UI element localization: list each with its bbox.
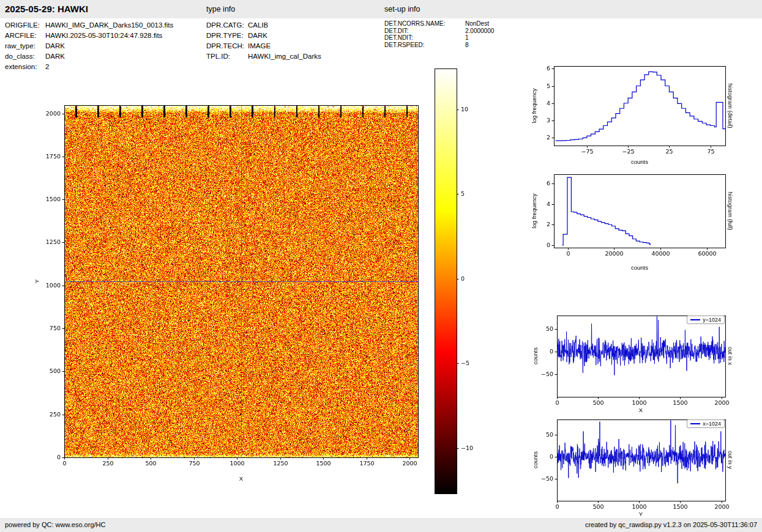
cut-y-xlabel: Y — [639, 511, 643, 517]
page-title: 2025-05-29: HAWKI — [5, 4, 88, 14]
meta-value: 1 — [465, 34, 469, 41]
cut-y-legend: x=1024 — [687, 419, 725, 428]
meta-row: extension:2 — [5, 62, 173, 72]
meta-row: DET.RSPEED:8 — [384, 42, 494, 49]
meta-key: do_class: — [5, 51, 45, 62]
meta-row: DPR.CATG:CALIB — [206, 20, 321, 31]
meta-row: DET.NCORRS.NAME:NonDest — [384, 20, 494, 28]
legend-line-icon — [690, 423, 700, 424]
meta-key: TPL.ID: — [206, 51, 248, 62]
meta-value: DARK — [45, 53, 65, 60]
cut-in-y-plot — [529, 415, 733, 519]
footer-created-by: created by qc_rawdisp.py v1.2.3 on 2025-… — [585, 521, 757, 528]
meta-value: DARK — [45, 42, 65, 50]
type-info-heading: type info — [206, 5, 235, 13]
meta-row: DPR.TECH:IMAGE — [206, 41, 321, 51]
setup-info-heading: set-up info — [384, 5, 420, 13]
main-image-ylabel: Y — [34, 279, 40, 283]
meta-value: 8 — [465, 42, 469, 48]
type-info-block: DPR.CATG:CALIB DPR.TYPE:DARK DPR.TECH:IM… — [206, 20, 321, 62]
meta-value: HAWKI_img_cal_Darks — [248, 53, 321, 60]
meta-value: IMAGE — [248, 42, 271, 50]
histogram-detail-ylabel: log frequency — [531, 88, 537, 123]
meta-key: ORIGFILE: — [5, 20, 45, 31]
histogram-full-title: histogram (full) — [727, 192, 734, 231]
histogram-full-plot — [526, 169, 734, 267]
meta-key: DPR.TYPE: — [206, 31, 248, 41]
meta-value: DARK — [248, 32, 267, 39]
meta-row: do_class:DARK — [5, 51, 173, 62]
meta-key: raw_type: — [5, 41, 45, 51]
main-image-xlabel: X — [239, 475, 243, 482]
histogram-full-xlabel: counts — [631, 264, 648, 271]
meta-value: HAWKI.2025-05-30T10:24:47.928.fits — [45, 32, 162, 39]
colorbar — [430, 66, 485, 498]
meta-key: DET.NCORRS.NAME: — [384, 20, 465, 28]
histogram-detail-title: histogram (detail) — [727, 83, 734, 128]
histogram-detail-plot — [526, 61, 734, 159]
meta-value: HAWKI_IMG_DARK_Darks150_0013.fits — [45, 21, 173, 29]
setup-info-block: DET.NCORRS.NAME:NonDest DET.DIT:2.000000… — [384, 20, 494, 48]
cut-in-x-plot — [529, 311, 733, 415]
meta-key: DPR.CATG: — [206, 20, 248, 31]
histogram-full-ylabel: log frequency — [531, 193, 537, 228]
meta-key: DET.RSPEED: — [384, 42, 465, 49]
meta-row: ARCFILE:HAWKI.2025-05-30T10:24:47.928.fi… — [5, 31, 173, 41]
histogram-detail-xlabel: counts — [631, 158, 648, 165]
cut-y-ylabel: counts — [532, 451, 539, 468]
cut-y-title: cut in y — [727, 451, 734, 469]
dark-frame-image-plot — [35, 100, 432, 486]
legend-label: y=1024 — [703, 317, 721, 323]
cut-x-ylabel: counts — [532, 347, 539, 364]
meta-key: DPR.TECH: — [206, 41, 248, 51]
meta-row: DPR.TYPE:DARK — [206, 31, 321, 41]
legend-line-icon — [690, 319, 700, 320]
meta-value: CALIB — [248, 21, 268, 29]
meta-key: extension: — [5, 62, 45, 72]
legend-label: x=1024 — [703, 421, 721, 427]
meta-key: DET.DIT: — [384, 28, 465, 35]
meta-value: NonDest — [465, 20, 489, 27]
file-info-block: ORIGFILE:HAWKI_IMG_DARK_Darks150_0013.fi… — [5, 20, 173, 72]
meta-key: ARCFILE: — [5, 31, 45, 41]
meta-value: 2 — [45, 63, 49, 70]
meta-value: 2.0000000 — [465, 28, 494, 34]
footer-qc-link[interactable]: powered by QC: www.eso.org/HC — [5, 521, 105, 528]
cut-x-xlabel: X — [639, 407, 643, 413]
meta-row: raw_type:DARK — [5, 41, 173, 51]
cut-x-legend: y=1024 — [687, 316, 725, 324]
meta-row: DET.DIT:2.0000000 — [384, 28, 494, 35]
qc-report-page: 2025-05-29: HAWKI type info set-up info … — [0, 0, 762, 532]
meta-row: DET.NDIT:1 — [384, 34, 494, 42]
meta-key: DET.NDIT: — [384, 34, 465, 42]
header-bar: 2025-05-29: HAWKI type info set-up info — [0, 0, 762, 18]
footer-bar: powered by QC: www.eso.org/HC created by… — [0, 518, 762, 532]
meta-row: TPL.ID:HAWKI_img_cal_Darks — [206, 51, 321, 62]
meta-row: ORIGFILE:HAWKI_IMG_DARK_Darks150_0013.fi… — [5, 20, 173, 31]
cut-x-title: cut in x — [727, 347, 734, 365]
